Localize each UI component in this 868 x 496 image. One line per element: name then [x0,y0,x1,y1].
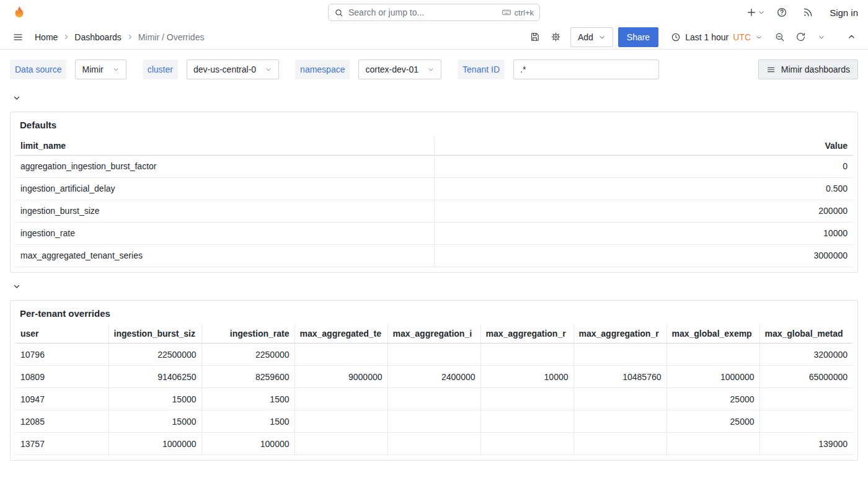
column-header[interactable]: max_aggregated_te [294,325,388,343]
grafana-flame-icon [12,6,26,19]
value-cell: 3200000 [760,343,852,366]
value-cell: 65000000 [760,366,852,388]
namespace-select[interactable]: cortex-dev-01 [358,60,441,79]
chevron-down-icon [12,94,21,102]
value-cell [480,388,574,410]
namespace-filter: namespace cortex-dev-01 [295,60,441,79]
value-cell [388,433,480,455]
value-cell: 1000000 [666,366,760,388]
column-header[interactable]: max_aggregation_i [388,325,480,343]
dashboard-actions: Add Share Last 1 hour UTC [526,27,861,47]
help-button[interactable] [773,3,791,22]
defaults-panel: Defaults limit_name Value aggregation_in… [10,112,858,273]
panel-title[interactable]: Defaults [20,120,56,130]
datasource-filter: Data source Mimir [10,60,126,79]
column-header[interactable]: max_aggregation_r [574,325,666,343]
dashboard-row-toggle[interactable] [12,280,21,293]
refresh-button[interactable] [791,28,810,46]
limit-name-cell: aggregation_ingestion_burst_factor [16,155,434,177]
share-button[interactable]: Share [618,27,658,47]
save-dashboard-button[interactable] [526,28,544,46]
cluster-select[interactable]: dev-us-central-0 [187,60,279,79]
column-header[interactable]: limit_name [16,136,434,155]
chevron-down-icon [265,66,272,73]
chevron-down-icon [818,33,825,41]
tenant-filter: Tenant ID [458,60,659,79]
tenant-id-label: Tenant ID [458,60,505,79]
column-header[interactable]: max_global_metad [760,325,852,343]
value-cell: 200000 [434,200,852,222]
value-cell: 10000 [480,366,574,388]
chevron-down-icon [12,282,21,291]
search-input[interactable]: Search or jump to... ctrl+k [328,4,540,21]
shortcut-label: ctrl+k [515,8,534,17]
value-cell: 0 [434,155,852,177]
value-cell [480,433,574,455]
defaults-table: limit_name Value aggregation_ingestion_b… [16,136,852,267]
table-row: ingestion_burst_size 200000 [16,200,852,222]
search-shortcut: ctrl+k [502,7,534,17]
add-panel-button[interactable]: Add [570,27,613,47]
zoom-out-time-button[interactable] [770,28,789,46]
cluster-filter: cluster dev-us-central-0 [143,60,279,79]
dashboard-row-toggle[interactable] [12,92,21,104]
add-label: Add [578,32,593,42]
mimir-dashboards-button[interactable]: Mimir dashboards [758,60,858,79]
keyboard-icon [502,7,512,17]
limit-name-cell: ingestion_burst_size [16,200,434,222]
column-header[interactable]: user [16,325,108,343]
breadcrumb-home[interactable]: Home [35,32,58,42]
user-cell: 10947 [16,388,108,410]
news-button[interactable] [799,3,817,22]
value-cell: 15000 [108,410,202,433]
value-cell [388,388,480,410]
overrides-table: user ingestion_burst_siz ingestion_rate … [16,325,852,456]
chevron-up-icon [847,32,856,42]
collapse-controls-button[interactable] [842,28,861,46]
mega-menu-button[interactable] [9,28,27,46]
datasource-select[interactable]: Mimir [75,60,126,79]
topbar-actions: Sign in [746,3,858,22]
panel-title[interactable]: Per-tenant overrides [20,308,110,319]
table-row: aggregation_ingestion_burst_factor 0 [16,155,852,177]
time-range-picker[interactable]: Last 1 hour UTC [666,27,768,47]
breadcrumb-dashboards[interactable]: Dashboards [74,32,122,42]
dashboard-settings-button[interactable] [547,28,565,46]
column-header[interactable]: max_aggregation_r [480,325,574,343]
value-cell [760,388,852,410]
new-menu-button[interactable] [746,7,765,18]
column-header[interactable]: Value [434,136,852,155]
grafana-logo[interactable] [10,3,29,22]
timezone-label: UTC [733,32,751,42]
value-cell: 10485760 [574,366,666,388]
chevron-down-icon [112,66,120,73]
chevron-down-icon [598,33,606,41]
refresh-interval-button[interactable] [812,28,831,46]
table-row: max_aggregated_tenant_series 3000000 [16,244,852,267]
value-cell: 1000000 [108,433,202,455]
sign-in-link[interactable]: Sign in [830,7,858,18]
column-header[interactable]: ingestion_burst_siz [108,325,202,343]
table-row: 10796 22500000 2250000 3200000 [16,343,852,366]
column-header[interactable]: ingestion_rate [202,325,294,343]
table-row: 10947 15000 1500 25000 [16,388,852,410]
search-icon [334,8,343,17]
value-cell [574,410,666,433]
mimir-dashboards-label: Mimir dashboards [781,64,850,74]
limit-name-cell: max_aggregated_tenant_series [16,244,434,267]
breadcrumb: Home Dashboards Mimir / Overrides [35,32,204,42]
clock-icon [671,32,681,42]
namespace-value: cortex-dev-01 [365,64,418,74]
value-cell [666,433,760,455]
breadcrumb-current: Mimir / Overrides [138,32,205,42]
variables-row: Data source Mimir cluster dev-us-central… [0,50,868,89]
value-cell [294,388,388,410]
value-cell [480,343,574,366]
tenant-id-input[interactable] [513,60,659,79]
table-header-row: user ingestion_burst_siz ingestion_rate … [16,325,852,343]
column-header[interactable]: max_global_exemp [666,325,760,343]
datasource-label: Data source [10,60,66,79]
list-icon [766,65,776,74]
value-cell: 1500 [202,388,294,410]
value-cell [294,433,388,455]
